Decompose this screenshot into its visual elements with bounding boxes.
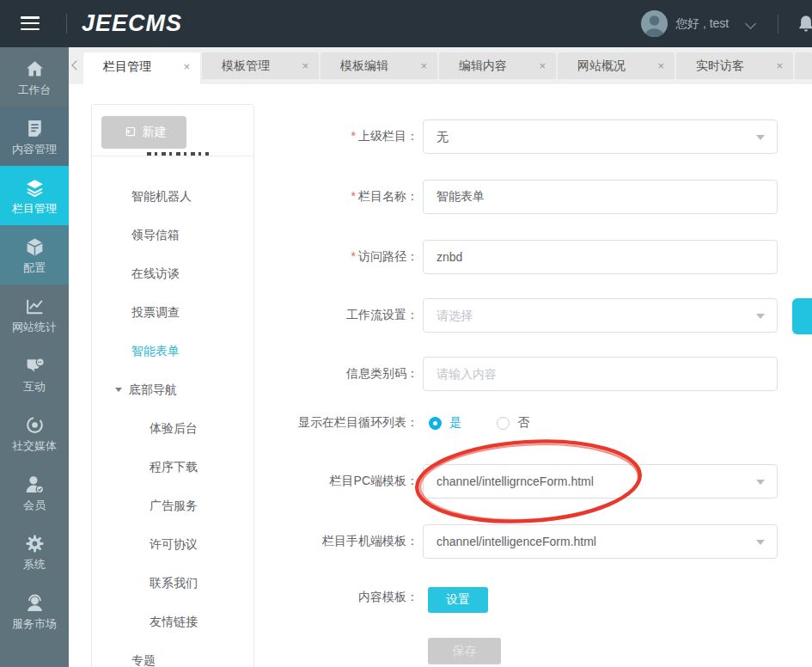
orbit-target-icon: [24, 414, 46, 436]
field-label: 上级栏目：: [358, 129, 418, 143]
close-icon[interactable]: ×: [539, 52, 546, 79]
clipped-tree-item: [147, 152, 209, 156]
sidebar-item-config[interactable]: 配置: [0, 225, 69, 285]
tab-partial[interactable]: [795, 52, 812, 79]
tab-bar: 栏目管理 × 模板管理 × 模板编辑 × 编辑内容 × 网站概况 × 实时访客 …: [69, 47, 812, 84]
form-row-category-code: 信息类别码：: [266, 357, 778, 391]
sidebar-item-interaction[interactable]: 互动: [0, 344, 69, 403]
chevron-down-icon[interactable]: [745, 18, 756, 29]
tree-item[interactable]: 广告服务: [92, 486, 253, 525]
top-header: JEECMS 您好 , test: [0, 0, 812, 47]
tab-live-visitors[interactable]: 实时访客 ×: [676, 52, 793, 79]
tree-item[interactable]: 友情链接: [92, 603, 253, 641]
floating-action-button[interactable]: [792, 298, 812, 334]
sidebar-item-workbench[interactable]: 工作台: [0, 47, 69, 107]
field-label: 信息类别码：: [346, 366, 418, 380]
pc-template-select[interactable]: channel/intelligrnceForm.html: [423, 464, 778, 499]
form-row-channel-name: *栏目名称：: [266, 180, 778, 214]
home-icon: [24, 58, 46, 80]
field-label: 显示在栏目循环列表：: [298, 415, 418, 429]
tab-site-overview[interactable]: 网站概况 ×: [558, 52, 675, 79]
parent-channel-select[interactable]: 无: [423, 119, 778, 154]
user-silhouette-icon: [641, 10, 668, 37]
tree-item[interactable]: 在线访谈: [92, 254, 253, 293]
chat-bubbles-icon: [24, 355, 46, 376]
layers-icon: [24, 177, 46, 199]
tree-item[interactable]: 联系我们: [92, 564, 253, 603]
divider: [66, 14, 67, 34]
tree-item[interactable]: 程序下载: [92, 448, 253, 486]
user-greeting[interactable]: 您好 , test: [675, 0, 729, 47]
sidebar-item-social[interactable]: 社交媒体: [0, 403, 69, 462]
form-row-parent-channel: *上级栏目： 无: [266, 119, 778, 154]
tree-item-selected[interactable]: 智能表单: [92, 332, 253, 370]
field-label: 内容模板：: [358, 590, 418, 603]
form-row-show-in-loop: 显示在栏目循环列表： 是 否: [266, 413, 529, 433]
tree-list: 智能机器人 领导信箱 在线访谈 投票调查 智能表单 底部导航 体验后台 程序下载…: [92, 177, 253, 667]
sidebar-item-members[interactable]: 会员: [0, 462, 69, 522]
save-button[interactable]: 保存: [428, 638, 501, 664]
app-logo: JEECMS: [82, 0, 182, 47]
add-copy-icon: [122, 125, 137, 140]
cube-icon: [24, 236, 46, 258]
channel-name-input[interactable]: [423, 180, 778, 214]
tree-item[interactable]: 投票调查: [92, 293, 253, 332]
radio-unselected-icon[interactable]: [497, 417, 510, 430]
avatar[interactable]: [641, 10, 668, 37]
category-code-input[interactable]: [423, 357, 778, 391]
dropdown-arrow-icon: [756, 135, 765, 140]
tree-item[interactable]: 体验后台: [92, 409, 253, 448]
tree-item[interactable]: 专题: [92, 641, 253, 667]
sidebar-item-stats[interactable]: 网站统计: [0, 285, 69, 344]
tree-item[interactable]: 许可协议: [92, 525, 253, 564]
tree-panel-header: 新建: [92, 105, 253, 156]
tree-item-expandable[interactable]: 底部导航: [92, 370, 253, 409]
close-icon[interactable]: ×: [183, 52, 190, 81]
field-label: 栏目手机端模板：: [322, 534, 418, 548]
radio-no[interactable]: 否: [497, 415, 529, 431]
document-icon: [24, 118, 46, 139]
user-check-icon: [24, 474, 46, 495]
field-label: 访问路径：: [358, 249, 418, 263]
access-path-input[interactable]: [423, 240, 778, 274]
tab-edit-content[interactable]: 编辑内容 ×: [439, 52, 556, 79]
radio-selected-icon[interactable]: [429, 417, 442, 430]
tab-template-mgmt[interactable]: 模板管理 ×: [202, 52, 319, 79]
tree-item[interactable]: 智能机器人: [92, 177, 253, 216]
mobile-template-select[interactable]: channel/intelligenceForm.html: [423, 524, 778, 559]
form-row-pc-template: 栏目PC端模板： channel/intelligrnceForm.html: [266, 464, 778, 499]
content-template-set-button[interactable]: 设置: [428, 587, 488, 613]
collapse-arrow-icon[interactable]: [115, 388, 122, 392]
form-row-access-path: *访问路径：: [266, 240, 778, 274]
close-icon[interactable]: ×: [302, 52, 308, 79]
form-row-content-template: 内容模板：: [266, 590, 423, 605]
sidebar-item-market[interactable]: 服务市场: [0, 581, 69, 640]
field-label: 栏目PC端模板：: [330, 474, 418, 487]
gear-icon: [24, 533, 46, 554]
hamburger-menu-icon[interactable]: [21, 16, 40, 31]
tree-item[interactable]: 领导信箱: [92, 216, 253, 254]
tab-scroll-left-icon[interactable]: [71, 60, 81, 70]
notification-bell-icon[interactable]: [796, 14, 812, 34]
sidebar-item-content[interactable]: 内容管理: [0, 107, 69, 166]
form-row-workflow: 工作流设置： 请选择: [266, 298, 778, 333]
form-row-mobile-template: 栏目手机端模板： channel/intelligenceForm.html: [266, 524, 778, 559]
divider: [778, 15, 778, 34]
close-icon[interactable]: ×: [776, 52, 783, 79]
dropdown-arrow-icon: [756, 480, 765, 485]
close-icon[interactable]: ×: [420, 52, 427, 79]
radio-yes[interactable]: 是: [429, 415, 461, 431]
line-chart-icon: [24, 296, 46, 317]
sidebar-item-channel[interactable]: 栏目管理: [0, 166, 69, 225]
field-label: 栏目名称：: [358, 189, 418, 203]
new-channel-button[interactable]: 新建: [101, 116, 186, 149]
sidebar-item-system[interactable]: 系统: [0, 522, 69, 581]
headset-user-icon: [24, 592, 46, 614]
close-icon[interactable]: ×: [657, 52, 664, 79]
tab-channel-mgmt[interactable]: 栏目管理 ×: [83, 52, 200, 84]
tab-template-edit[interactable]: 模板编辑 ×: [321, 52, 437, 79]
channel-tree-panel: 新建 智能机器人 领导信箱 在线访谈 投票调查 智能表单 底部导航 体验后台 程…: [91, 104, 254, 667]
workflow-select[interactable]: 请选择: [423, 298, 778, 333]
main-sidebar: 工作台 内容管理 栏目管理 配置 网站统计: [0, 47, 69, 667]
field-label: 工作流设置：: [346, 308, 418, 321]
